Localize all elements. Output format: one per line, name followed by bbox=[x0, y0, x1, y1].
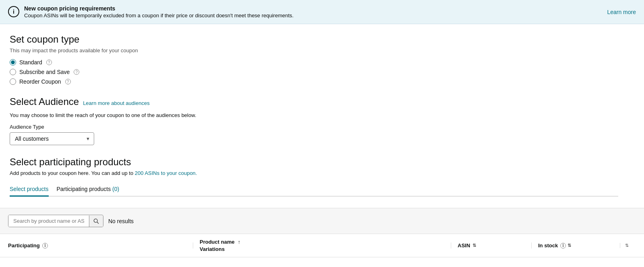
search-area: No results bbox=[0, 208, 644, 234]
standard-help-icon[interactable]: ? bbox=[46, 60, 52, 65]
products-section-title: Select participating products bbox=[10, 156, 618, 168]
col-asin: ASIN ⇅ bbox=[451, 242, 531, 249]
instock-sort-icon[interactable]: ⇅ bbox=[568, 243, 571, 248]
audience-type-select[interactable]: All customers Prime members Amazon Stude… bbox=[10, 132, 94, 145]
reorder-help-icon[interactable]: ? bbox=[65, 79, 71, 84]
audience-title-row: Select Audience Learn more about audienc… bbox=[10, 96, 618, 110]
info-banner: i New coupon pricing requirements Coupon… bbox=[0, 0, 644, 24]
tab-participating-badge: (0) bbox=[112, 186, 119, 192]
search-wrapper bbox=[8, 215, 103, 227]
audience-type-select-wrapper: All customers Prime members Amazon Stude… bbox=[10, 132, 94, 145]
radio-option-standard[interactable]: Standard ? bbox=[10, 59, 618, 66]
products-description: Add products to your coupon here. You ca… bbox=[10, 170, 618, 176]
search-button[interactable] bbox=[89, 216, 103, 227]
banner-title: New coupon pricing requirements bbox=[24, 5, 293, 12]
last-col-sort-icon[interactable]: ⇅ bbox=[625, 243, 629, 248]
info-banner-text: New coupon pricing requirements Coupon A… bbox=[24, 5, 293, 18]
col-instock: In stock ℹ ⇅ bbox=[531, 242, 620, 249]
learn-more-link[interactable]: Learn more bbox=[607, 9, 636, 15]
radio-option-reorder[interactable]: Reorder Coupon ? bbox=[10, 78, 618, 85]
participating-help-icon[interactable]: ℹ bbox=[42, 243, 48, 249]
products-tabs: Select products Participating products (… bbox=[10, 183, 618, 197]
audience-description: You may choose to limit the reach of you… bbox=[10, 112, 618, 118]
info-icon: i bbox=[8, 6, 19, 17]
audience-section: Select Audience Learn more about audienc… bbox=[10, 96, 618, 145]
col-last: ⇅ bbox=[620, 243, 636, 248]
radio-standard[interactable] bbox=[10, 59, 16, 66]
info-banner-left: i New coupon pricing requirements Coupon… bbox=[8, 5, 293, 18]
radio-subscribe[interactable] bbox=[10, 69, 16, 75]
audience-title: Select Audience bbox=[10, 96, 79, 107]
product-sort-up-icon[interactable]: ↑ bbox=[238, 239, 241, 245]
tab-participating-products[interactable]: Participating products (0) bbox=[57, 183, 120, 197]
coupon-type-subtitle: This may impact the products available f… bbox=[10, 47, 618, 53]
banner-subtitle: Coupon ASINs will be temporarily exclude… bbox=[24, 12, 293, 18]
products-desc-link[interactable]: 200 ASINs to your coupon. bbox=[135, 170, 197, 176]
col-asin-label: ASIN bbox=[458, 242, 470, 249]
search-input[interactable] bbox=[8, 215, 89, 227]
radio-subscribe-label: Subscribe and Save bbox=[19, 69, 70, 75]
col-product: Product name ↑ Variations bbox=[193, 239, 451, 252]
audience-learn-more-link[interactable]: Learn more about audiences bbox=[83, 100, 150, 106]
products-section: Select participating products Add produc… bbox=[10, 156, 618, 197]
radio-standard-label: Standard bbox=[19, 59, 42, 66]
tab-select-products-label: Select products bbox=[10, 186, 49, 192]
instock-help-icon[interactable]: ℹ bbox=[560, 243, 566, 249]
audience-field-label: Audience Type bbox=[10, 124, 618, 130]
radio-option-subscribe[interactable]: Subscribe and Save ? bbox=[10, 69, 618, 75]
col-product-name-label: Product name bbox=[200, 239, 235, 245]
tab-participating-label: Participating products bbox=[57, 186, 113, 192]
asin-sort-icon[interactable]: ⇅ bbox=[473, 243, 476, 248]
coupon-type-title: Set coupon type bbox=[10, 34, 618, 45]
search-icon bbox=[93, 218, 99, 224]
svg-line-1 bbox=[97, 222, 99, 224]
col-participating: Participating ℹ bbox=[8, 242, 193, 249]
coupon-type-radio-group: Standard ? Subscribe and Save ? Reorder … bbox=[10, 59, 618, 85]
tab-select-products[interactable]: Select products bbox=[10, 183, 49, 197]
radio-reorder-label: Reorder Coupon bbox=[19, 78, 61, 85]
radio-reorder[interactable] bbox=[10, 78, 16, 85]
no-results-text: No results bbox=[108, 218, 134, 224]
col-instock-label: In stock bbox=[538, 242, 558, 249]
main-content: Set coupon type This may impact the prod… bbox=[0, 24, 628, 197]
col-product-name-row: Product name ↑ bbox=[200, 239, 451, 245]
col-variations-label: Variations bbox=[200, 246, 225, 252]
col-variations-row: Variations bbox=[200, 246, 451, 252]
col-participating-label: Participating bbox=[8, 242, 40, 249]
subscribe-help-icon[interactable]: ? bbox=[74, 69, 79, 75]
table-header: Participating ℹ Product name ↑ Variation… bbox=[0, 234, 644, 257]
coupon-type-section: Set coupon type This may impact the prod… bbox=[10, 34, 618, 85]
